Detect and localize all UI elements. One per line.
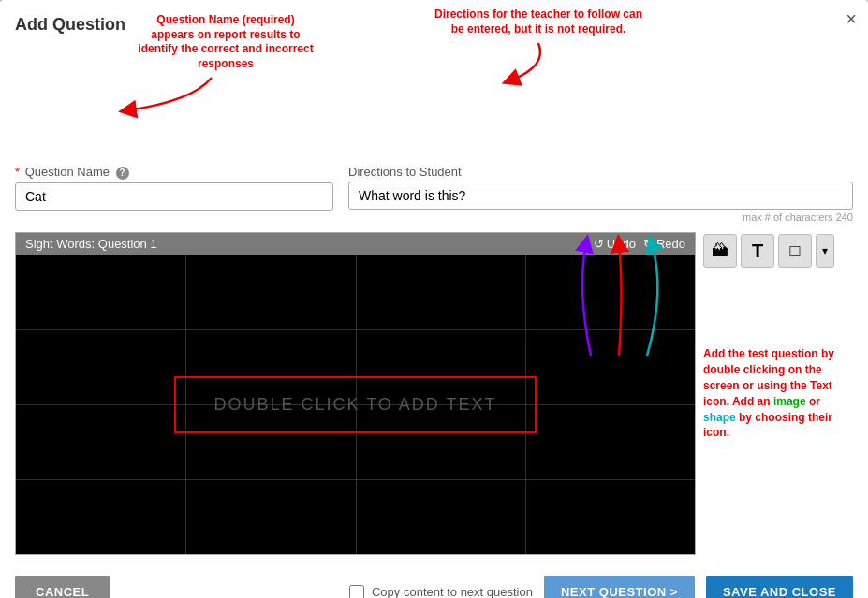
dbl-click-box[interactable]: DOUBLE CLICK TO ADD TEXT xyxy=(174,376,536,433)
directions-field: Directions to Student max # of character… xyxy=(348,165,853,223)
undo-icon: ↺ xyxy=(594,237,604,251)
redo-button[interactable]: ↻ Redo xyxy=(643,237,685,251)
save-close-button[interactable]: SAVE AND CLOSE xyxy=(706,576,853,598)
text-icon-btn[interactable]: T xyxy=(741,234,774,268)
directions-input[interactable] xyxy=(348,182,853,210)
icon-btn-row: 🏔 T □ ▾ xyxy=(703,234,853,268)
question-name-label: * Question Name ? xyxy=(15,165,333,180)
question-name-input[interactable] xyxy=(15,182,333,211)
redo-icon: ↻ xyxy=(643,237,654,251)
close-button[interactable]: × xyxy=(846,9,857,28)
help-icon[interactable]: ? xyxy=(116,167,129,180)
directions-annotation: Directions for the teacher to follow can… xyxy=(431,7,646,89)
modal-header: Add Question Question Name (required) ap… xyxy=(0,0,868,120)
char-limit: max # of characters 240 xyxy=(348,211,853,223)
canvas-black[interactable]: DOUBLE CLICK TO ADD TEXT xyxy=(16,255,695,554)
modal-footer: CANCEL Copy content to next question NEX… xyxy=(0,564,868,598)
next-question-button[interactable]: NEXT QUESTION > xyxy=(544,576,695,598)
copy-label: Copy content to next question xyxy=(372,585,533,598)
shape-icon: □ xyxy=(790,241,801,261)
modal-title: Add Question xyxy=(15,13,125,35)
image-icon-btn[interactable]: 🏔 xyxy=(703,234,737,268)
right-toolbar: 🏔 T □ ▾ xyxy=(703,232,853,555)
canvas-area: Sight Words: Question 1 ↺ Undo ↻ Redo xyxy=(15,232,853,555)
shape-keyword: shape xyxy=(703,411,736,424)
required-star: * xyxy=(15,165,20,179)
canvas-annotation-area: Add the test question by double clicking… xyxy=(703,290,853,441)
canvas-container: Sight Words: Question 1 ↺ Undo ↻ Redo xyxy=(15,232,696,555)
undo-button[interactable]: ↺ Undo xyxy=(594,237,636,251)
directions-label: Directions to Student xyxy=(348,165,853,179)
canvas-toolbar: Sight Words: Question 1 ↺ Undo ↻ Redo xyxy=(16,233,695,255)
shape-icon-btn[interactable]: □ xyxy=(778,234,812,268)
image-keyword: image xyxy=(773,395,806,408)
arrow-to-directions xyxy=(501,38,576,85)
copy-row: Copy content to next question xyxy=(349,585,533,598)
question-name-annotation: Question Name (required) appears on repo… xyxy=(137,13,315,71)
text-icon: T xyxy=(752,241,763,262)
canvas-annotation: Add the test question by double clicking… xyxy=(703,346,853,441)
dropdown-icon: ▾ xyxy=(822,244,828,257)
arrow-to-input xyxy=(184,73,268,120)
redo-label: Redo xyxy=(656,237,685,251)
question-name-field: * Question Name ? xyxy=(15,165,333,211)
undo-label: Undo xyxy=(607,237,636,251)
canvas-toolbar-label: Sight Words: Question 1 xyxy=(25,237,157,251)
image-icon: 🏔 xyxy=(712,241,728,261)
copy-checkbox[interactable] xyxy=(349,585,364,598)
form-section: * Question Name ? Directions to Student … xyxy=(0,157,868,223)
dbl-click-text: DOUBLE CLICK TO ADD TEXT xyxy=(213,395,496,415)
cancel-button[interactable]: CANCEL xyxy=(15,576,110,598)
add-question-modal: Add Question Question Name (required) ap… xyxy=(0,0,868,598)
dropdown-btn[interactable]: ▾ xyxy=(816,234,834,268)
